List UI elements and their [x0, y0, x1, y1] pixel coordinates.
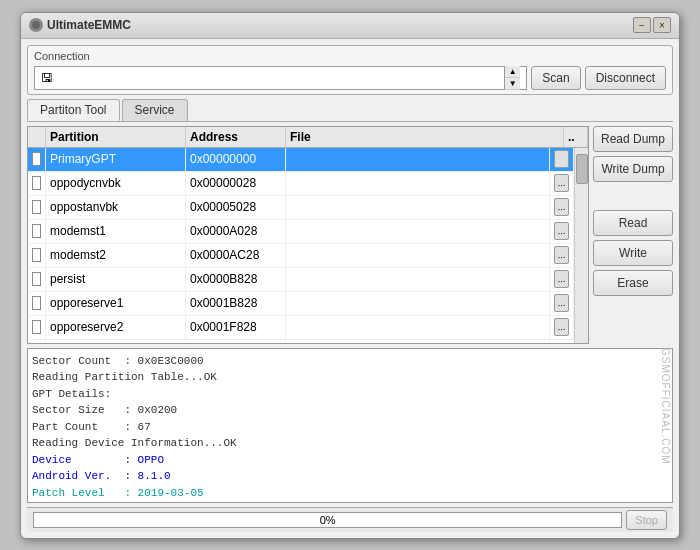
- main-window: UltimateEMMC − × Connection 🖫 ▲ ▼ Scan: [20, 12, 680, 539]
- select-arrows[interactable]: ▲ ▼: [504, 66, 520, 90]
- table-row[interactable]: modemst2 0x0000AC28 ...: [28, 244, 574, 268]
- device-select[interactable]: 🖫 ▲ ▼: [34, 66, 527, 90]
- row-file-btn[interactable]: ...: [554, 294, 569, 312]
- write-dump-button[interactable]: Write Dump: [593, 156, 673, 182]
- checkbox[interactable]: [32, 176, 41, 190]
- log-line: Reading Device Information...OK: [32, 435, 668, 452]
- log-section: Sector Count : 0x0E3C0000 Reading Partit…: [27, 348, 673, 503]
- row-address: 0x0001B828: [186, 292, 286, 315]
- read-button[interactable]: Read: [593, 210, 673, 236]
- row-check[interactable]: [28, 316, 46, 339]
- disconnect-button[interactable]: Disconnect: [585, 66, 666, 90]
- arrow-up[interactable]: ▲: [505, 66, 520, 78]
- table-scroll-area: PrimaryGPT 0x00000000 ... oppodycnvbk 0x…: [28, 148, 588, 343]
- row-action[interactable]: ...: [550, 316, 574, 339]
- progress-container: 0%: [33, 512, 622, 528]
- row-action[interactable]: ...: [550, 268, 574, 291]
- table-row[interactable]: opporeserve2 0x0001F828 ...: [28, 316, 574, 340]
- minimize-button[interactable]: −: [633, 17, 651, 33]
- tab-partition[interactable]: Partiton Tool: [27, 99, 120, 121]
- row-action[interactable]: ...: [550, 172, 574, 195]
- erase-button[interactable]: Erase: [593, 270, 673, 296]
- read-dump-button[interactable]: Read Dump: [593, 126, 673, 152]
- table-row[interactable]: persist 0x0000B828 ...: [28, 268, 574, 292]
- row-address: 0x0000B828: [186, 268, 286, 291]
- checkbox[interactable]: [32, 248, 41, 262]
- tabs-row: Partiton Tool Service: [27, 99, 673, 122]
- row-file: [286, 316, 550, 339]
- checkbox[interactable]: [32, 152, 41, 166]
- row-file-btn[interactable]: ...: [554, 222, 569, 240]
- svg-point-0: [32, 21, 40, 29]
- row-file-btn[interactable]: ...: [554, 150, 569, 168]
- row-action[interactable]: ...: [550, 292, 574, 315]
- log-line: Part Count : 67: [32, 419, 668, 436]
- row-action[interactable]: ...: [550, 148, 574, 171]
- row-check[interactable]: [28, 292, 46, 315]
- side-buttons: Read Dump Write Dump Read Write Erase: [593, 126, 673, 344]
- write-button[interactable]: Write: [593, 240, 673, 266]
- row-partition: oppostanvbk: [46, 196, 186, 219]
- row-partition: opporeserve1: [46, 292, 186, 315]
- table-header: Partition Address File ..: [28, 127, 588, 148]
- table-row[interactable]: oppostanvbk 0x00005028 ...: [28, 196, 574, 220]
- col-file: File: [286, 127, 564, 147]
- device-icon: 🖫: [41, 71, 53, 85]
- scrollbar-thumb[interactable]: [576, 154, 588, 184]
- row-file-btn[interactable]: ...: [554, 246, 569, 264]
- table-row[interactable]: PrimaryGPT 0x00000000 ...: [28, 148, 574, 172]
- table-row[interactable]: opporeserve1 0x0001B828 ...: [28, 292, 574, 316]
- log-line-android: Android Ver. : 8.1.0: [32, 468, 668, 485]
- checkbox[interactable]: [32, 320, 41, 334]
- tab-service[interactable]: Service: [122, 99, 188, 121]
- row-address: 0x00005028: [186, 196, 286, 219]
- row-address: 0x00000028: [186, 172, 286, 195]
- row-file: [286, 292, 550, 315]
- col-action: ..: [564, 127, 588, 147]
- window-body: Connection 🖫 ▲ ▼ Scan Disconnect Partito…: [21, 39, 679, 538]
- main-area: Partition Address File .. PrimaryGPT 0x0…: [27, 126, 673, 344]
- row-action[interactable]: ...: [550, 244, 574, 267]
- row-check[interactable]: [28, 172, 46, 195]
- row-check[interactable]: [28, 148, 46, 171]
- row-action[interactable]: ...: [550, 196, 574, 219]
- checkbox[interactable]: [32, 272, 41, 286]
- row-file: [286, 244, 550, 267]
- scan-button[interactable]: Scan: [531, 66, 580, 90]
- spacer: [593, 186, 673, 206]
- row-file: [286, 220, 550, 243]
- col-address: Address: [186, 127, 286, 147]
- log-line-patch: Patch Level : 2019-03-05: [32, 485, 668, 502]
- row-file-btn[interactable]: ...: [554, 174, 569, 192]
- log-area[interactable]: Sector Count : 0x0E3C0000 Reading Partit…: [27, 348, 673, 503]
- table-row[interactable]: oppodycnvbk 0x00000028 ...: [28, 172, 574, 196]
- arrow-down[interactable]: ▼: [505, 78, 520, 90]
- row-address: 0x00000000: [186, 148, 286, 171]
- row-action[interactable]: ...: [550, 220, 574, 243]
- row-check[interactable]: [28, 220, 46, 243]
- row-check[interactable]: [28, 244, 46, 267]
- table-scrollbar[interactable]: [574, 148, 588, 343]
- log-line: Sector Size : 0x0200: [32, 402, 668, 419]
- row-file-btn[interactable]: ...: [554, 270, 569, 288]
- log-line-device: Device : OPPO: [32, 452, 668, 469]
- row-partition: PrimaryGPT: [46, 148, 186, 171]
- table-row[interactable]: modemst1 0x0000A028 ...: [28, 220, 574, 244]
- row-partition: persist: [46, 268, 186, 291]
- close-button[interactable]: ×: [653, 17, 671, 33]
- row-address: 0x0000A028: [186, 220, 286, 243]
- table-body[interactable]: PrimaryGPT 0x00000000 ... oppodycnvbk 0x…: [28, 148, 574, 343]
- checkbox[interactable]: [32, 224, 41, 238]
- checkbox[interactable]: [32, 200, 41, 214]
- connection-label: Connection: [34, 50, 666, 62]
- row-check[interactable]: [28, 268, 46, 291]
- row-file-btn[interactable]: ...: [554, 318, 569, 336]
- status-bar: 0% Stop: [27, 507, 673, 532]
- row-file: [286, 196, 550, 219]
- checkbox[interactable]: [32, 296, 41, 310]
- stop-button[interactable]: Stop: [626, 510, 667, 530]
- row-partition: oppodycnvbk: [46, 172, 186, 195]
- row-file-btn[interactable]: ...: [554, 198, 569, 216]
- row-check[interactable]: [28, 196, 46, 219]
- connection-group: Connection 🖫 ▲ ▼ Scan Disconnect: [27, 45, 673, 95]
